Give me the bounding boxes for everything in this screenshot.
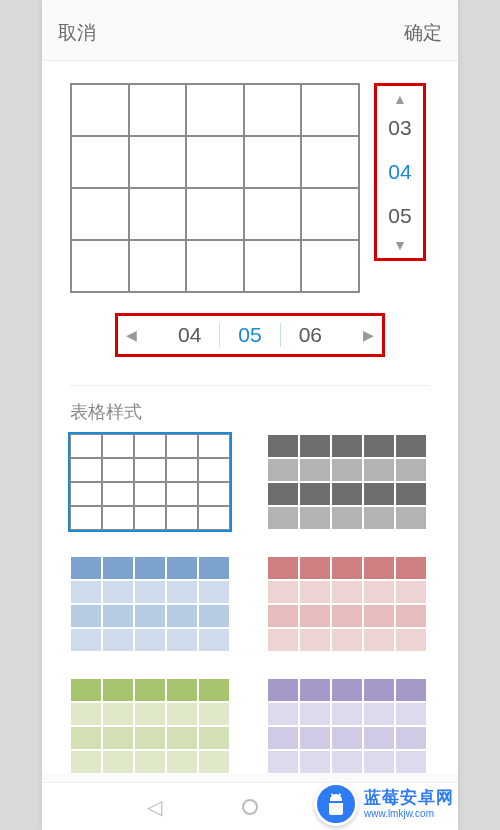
row-next-value[interactable]: 05 (388, 204, 411, 228)
col-next-value[interactable]: 06 (281, 323, 340, 347)
content-area: ▲ 03 04 05 ▼ ◀ 04 05 06 ▶ 表格样式 (42, 61, 458, 774)
style-option-purple-header[interactable] (267, 678, 427, 774)
row-prev-value[interactable]: 03 (388, 116, 411, 140)
col-prev-value[interactable]: 04 (160, 323, 219, 347)
watermark-url: www.lmkjw.com (364, 808, 454, 819)
confirm-button[interactable]: 确定 (404, 20, 442, 46)
row-up-icon[interactable]: ▲ (393, 92, 407, 106)
watermark-text: 蓝莓安卓网 www.lmkjw.com (364, 789, 454, 819)
table-styles-grid (70, 434, 430, 774)
style-option-gray-striped[interactable] (267, 434, 427, 530)
col-left-icon[interactable]: ◀ (126, 327, 137, 343)
style-option-green-header[interactable] (70, 678, 230, 774)
row-count-stepper[interactable]: ▲ 03 04 05 ▼ (374, 83, 426, 261)
header-bar: 取消 确定 (42, 0, 458, 61)
row-down-icon[interactable]: ▼ (393, 238, 407, 252)
section-title: 表格样式 (70, 386, 430, 434)
watermark-name: 蓝莓安卓网 (364, 789, 454, 808)
col-values: 04 05 06 (160, 323, 340, 347)
watermark: 蓝莓安卓网 www.lmkjw.com (314, 782, 454, 826)
cancel-button[interactable]: 取消 (58, 20, 96, 46)
row-current-value[interactable]: 04 (388, 160, 411, 184)
col-right-icon[interactable]: ▶ (363, 327, 374, 343)
column-count-stepper[interactable]: ◀ 04 05 06 ▶ (115, 313, 385, 357)
col-current-value[interactable]: 05 (219, 323, 280, 347)
table-preview (70, 83, 360, 293)
nav-back-icon[interactable]: ◁ (147, 795, 162, 819)
style-option-pink-header[interactable] (267, 556, 427, 652)
style-option-blue-header[interactable] (70, 556, 230, 652)
settings-panel: 取消 确定 ▲ 03 04 05 ▼ ◀ 04 05 06 ▶ 表格样式 (42, 0, 458, 830)
style-option-plain-white[interactable] (70, 434, 230, 530)
preview-row: ▲ 03 04 05 ▼ (70, 83, 430, 293)
watermark-logo-icon (314, 782, 358, 826)
nav-home-icon[interactable] (242, 799, 258, 815)
section-title-label: 表格样式 (70, 400, 142, 424)
